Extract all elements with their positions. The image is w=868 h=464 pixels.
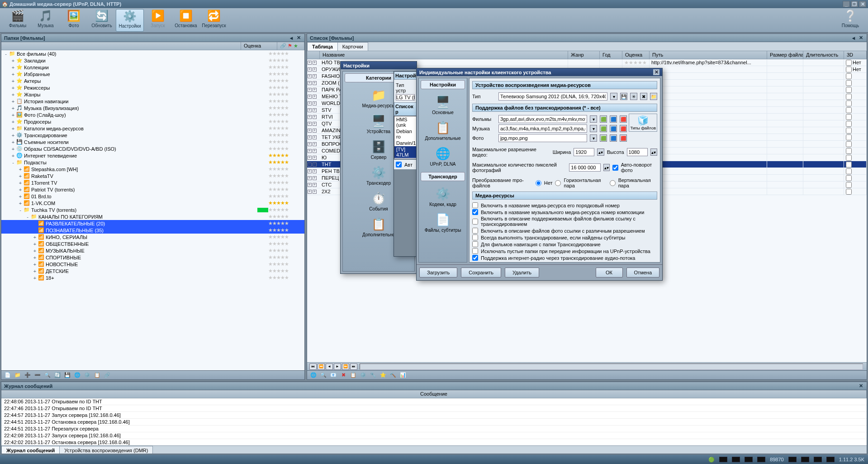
tree-tool-icon[interactable]: 🔗 bbox=[104, 372, 111, 379]
tree-row[interactable]: -📁Все фильмы (40)★★★★★ bbox=[1, 50, 304, 57]
action-icon[interactable]: 🟦 bbox=[610, 115, 617, 123]
tree-row[interactable]: +⭐Закладки★★★★★ bbox=[1, 57, 304, 64]
row-expand[interactable]: ++ bbox=[307, 93, 320, 100]
tab-table[interactable]: Таблица bbox=[307, 42, 338, 51]
row-expand[interactable]: ++ bbox=[307, 182, 320, 188]
expand-icon[interactable]: + bbox=[18, 187, 23, 192]
file-types-button[interactable]: 🧊 Типы файлов bbox=[629, 114, 657, 132]
tree-row[interactable]: +📶1Torrent TV★★★★★ bbox=[1, 179, 304, 186]
expand-icon[interactable]: - bbox=[25, 214, 30, 220]
3d-checkbox[interactable] bbox=[846, 114, 852, 120]
expand-icon[interactable]: + bbox=[10, 153, 16, 158]
media-option-checkbox[interactable] bbox=[472, 228, 478, 234]
row-expand[interactable]: ++ bbox=[307, 141, 320, 147]
device-list-item[interactable]: [TV] 47LM bbox=[394, 146, 416, 158]
expand-icon[interactable]: + bbox=[10, 85, 16, 91]
dialog-client-title-bar[interactable]: Индивидуальные настройки клиентского уст… bbox=[417, 68, 662, 76]
rating-stars[interactable]: ★★★★★ bbox=[268, 193, 304, 199]
log-row[interactable]: 22:42:02 2013-11-27 Остановка сервера [1… bbox=[1, 439, 867, 445]
expand-icon[interactable]: + bbox=[10, 58, 16, 63]
expand-icon[interactable]: - bbox=[10, 160, 16, 165]
col-rating[interactable]: Оценка bbox=[241, 42, 277, 50]
client-cat-item[interactable]: ⚙️Кодеки, кадр bbox=[421, 184, 465, 210]
dialog-client-close-icon[interactable]: ✕ bbox=[653, 69, 659, 75]
list-col-3[interactable]: Оценка bbox=[622, 51, 650, 59]
row-expand[interactable]: ++ bbox=[307, 86, 320, 93]
list-tool-icon[interactable]: ⚙️ bbox=[360, 372, 367, 379]
log-row[interactable]: 22:44:57 2013-11-27 Запуск сервера [192.… bbox=[1, 412, 867, 419]
tree-row[interactable]: -📁Подкасты★★★★★ bbox=[1, 159, 304, 166]
expand-icon[interactable]: + bbox=[18, 180, 23, 186]
rating-stars[interactable]: ★★★★★ bbox=[268, 261, 304, 267]
tree-row[interactable]: +⭐Жанры★★★★★ bbox=[1, 91, 304, 98]
3d-checkbox[interactable] bbox=[846, 141, 852, 147]
action-icon[interactable]: 🟩 bbox=[600, 115, 607, 123]
list-col-7[interactable]: 3D bbox=[844, 51, 867, 59]
nav-last[interactable]: ⏭ bbox=[350, 364, 357, 370]
3d-checkbox[interactable] bbox=[846, 100, 852, 106]
tree-row[interactable]: +⭐Режиссеры★★★★★ bbox=[1, 84, 304, 91]
height-input[interactable] bbox=[627, 148, 648, 156]
expand-icon[interactable]: + bbox=[10, 146, 16, 152]
media-option-checkbox[interactable] bbox=[472, 202, 478, 208]
load-button[interactable]: Загрузить bbox=[419, 268, 457, 277]
media-option-checkbox[interactable] bbox=[472, 255, 478, 261]
list-tool-icon[interactable]: 🔨 bbox=[389, 372, 397, 379]
rating-stars[interactable]: ★★★★★ bbox=[268, 57, 304, 63]
expand-icon[interactable]: + bbox=[10, 72, 16, 77]
device-type-input[interactable] bbox=[498, 92, 607, 100]
3d-checkbox[interactable] bbox=[846, 182, 852, 188]
tree-tool-icon[interactable]: 📁 bbox=[14, 372, 21, 379]
tree-row[interactable]: +📶1-VK.COM★★★★★ bbox=[1, 200, 304, 206]
expand-icon[interactable]: + bbox=[10, 78, 16, 84]
3d-checkbox[interactable] bbox=[846, 107, 852, 113]
rating-stars[interactable]: ★★★★★ bbox=[268, 234, 304, 240]
media-option-checkbox[interactable] bbox=[472, 234, 478, 240]
max-photo-input[interactable] bbox=[569, 163, 601, 172]
nav-next[interactable]: ► bbox=[334, 364, 341, 370]
list-tool-icon[interactable]: ✖ bbox=[340, 372, 347, 379]
tree-row[interactable]: +📁Каталоги медиа-ресурсов★★★★★ bbox=[1, 125, 304, 132]
expand-icon[interactable]: + bbox=[18, 201, 23, 206]
tree-row[interactable]: +📶КИНО, СЕРИАЛЫ★★★★★ bbox=[1, 234, 304, 240]
toolbar-refresh[interactable]: 🔄Обновить bbox=[88, 9, 116, 32]
dropdown-icon[interactable]: ▾ bbox=[590, 125, 597, 132]
nav-prev[interactable]: ◄ bbox=[326, 364, 333, 370]
tree-row[interactable]: +🌐Интернет телевидение★★★★★ bbox=[1, 152, 304, 159]
row-expand[interactable]: ++ bbox=[307, 175, 320, 181]
media-option-checkbox[interactable] bbox=[472, 219, 478, 225]
list-col-5[interactable]: Размер файла bbox=[767, 51, 803, 59]
rating-stars[interactable]: ★★★★★ bbox=[268, 139, 304, 145]
star-icon[interactable]: ★ bbox=[294, 43, 298, 48]
action-icon[interactable]: 🟩 bbox=[600, 134, 607, 142]
tree-row[interactable]: +⭐Актеры★★★★★ bbox=[1, 77, 304, 84]
toolbar-start[interactable]: ▶️Запуск bbox=[144, 9, 172, 32]
device-list-item[interactable]: Darwin/1 bbox=[394, 140, 416, 146]
rating-stars[interactable]: ★★★★★ bbox=[268, 64, 304, 70]
rating-stars[interactable]: ★★★★★ bbox=[268, 51, 304, 57]
3d-checkbox[interactable] bbox=[846, 121, 852, 127]
dropdown-icon[interactable]: ▾ bbox=[610, 93, 617, 100]
tree-row[interactable]: +📶ДЕТСКИЕ★★★★★ bbox=[1, 268, 304, 274]
auto-rotate-checkbox[interactable] bbox=[612, 165, 618, 171]
nav-next-page[interactable]: ⏩ bbox=[342, 364, 349, 370]
row-expand[interactable]: ++ bbox=[307, 107, 320, 113]
expand-icon[interactable]: + bbox=[32, 234, 38, 240]
pane-collapse-icon[interactable]: ◄ bbox=[850, 35, 857, 41]
action-icon[interactable]: ✳ bbox=[630, 93, 637, 100]
dialog-settings-title-bar[interactable]: Настройки bbox=[341, 62, 417, 69]
tree-row[interactable]: +📋История навигации★★★★★ bbox=[1, 98, 304, 105]
toolbar-settings[interactable]: ⚙️Настройки bbox=[116, 9, 144, 32]
row-expand[interactable]: ++ bbox=[307, 114, 320, 120]
rating-stars[interactable]: ★★★★★ bbox=[268, 180, 304, 186]
close-button[interactable]: ✕ bbox=[859, 1, 866, 7]
rating-stars[interactable]: ★★★★★ bbox=[268, 146, 304, 152]
expand-icon[interactable]: + bbox=[18, 173, 23, 179]
music-input[interactable] bbox=[498, 124, 587, 133]
tab-cards[interactable]: Карточки bbox=[337, 42, 368, 51]
expand-icon[interactable]: + bbox=[18, 194, 23, 199]
tree-row[interactable]: +📶ОБЩЕСТВЕННЫЕ★★★★★ bbox=[1, 240, 304, 247]
expand-icon[interactable]: + bbox=[32, 241, 38, 247]
tree-row[interactable]: 📶РАЗВЛЕКАТЕЛЬНЫЕ (20)★★★★★ bbox=[1, 220, 304, 227]
row-expand[interactable]: ++ bbox=[307, 66, 320, 72]
